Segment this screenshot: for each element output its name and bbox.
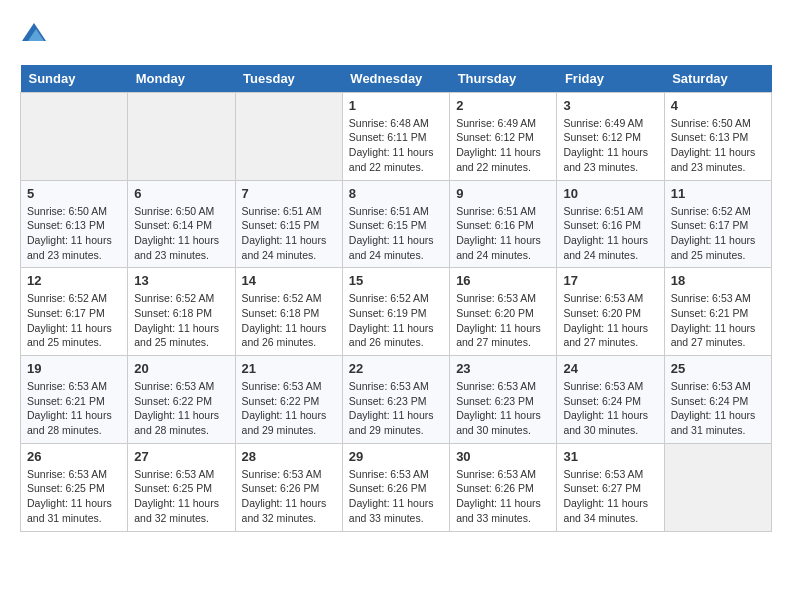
day-number: 27 bbox=[134, 449, 228, 464]
calendar-cell: 15Sunrise: 6:52 AMSunset: 6:19 PMDayligh… bbox=[342, 268, 449, 356]
day-number: 3 bbox=[563, 98, 657, 113]
cell-info: Sunrise: 6:48 AMSunset: 6:11 PMDaylight:… bbox=[349, 116, 443, 175]
day-number: 6 bbox=[134, 186, 228, 201]
day-number: 31 bbox=[563, 449, 657, 464]
calendar-cell: 7Sunrise: 6:51 AMSunset: 6:15 PMDaylight… bbox=[235, 180, 342, 268]
cell-info: Sunrise: 6:53 AMSunset: 6:26 PMDaylight:… bbox=[242, 467, 336, 526]
calendar-cell: 9Sunrise: 6:51 AMSunset: 6:16 PMDaylight… bbox=[450, 180, 557, 268]
calendar-cell: 10Sunrise: 6:51 AMSunset: 6:16 PMDayligh… bbox=[557, 180, 664, 268]
day-number: 1 bbox=[349, 98, 443, 113]
cell-info: Sunrise: 6:51 AMSunset: 6:16 PMDaylight:… bbox=[456, 204, 550, 263]
day-number: 10 bbox=[563, 186, 657, 201]
calendar-cell: 6Sunrise: 6:50 AMSunset: 6:14 PMDaylight… bbox=[128, 180, 235, 268]
day-number: 25 bbox=[671, 361, 765, 376]
cell-info: Sunrise: 6:52 AMSunset: 6:17 PMDaylight:… bbox=[27, 291, 121, 350]
cell-info: Sunrise: 6:53 AMSunset: 6:22 PMDaylight:… bbox=[134, 379, 228, 438]
cell-info: Sunrise: 6:51 AMSunset: 6:15 PMDaylight:… bbox=[242, 204, 336, 263]
cell-info: Sunrise: 6:51 AMSunset: 6:15 PMDaylight:… bbox=[349, 204, 443, 263]
calendar-cell: 14Sunrise: 6:52 AMSunset: 6:18 PMDayligh… bbox=[235, 268, 342, 356]
cell-info: Sunrise: 6:51 AMSunset: 6:16 PMDaylight:… bbox=[563, 204, 657, 263]
week-row-3: 12Sunrise: 6:52 AMSunset: 6:17 PMDayligh… bbox=[21, 268, 772, 356]
calendar-cell: 31Sunrise: 6:53 AMSunset: 6:27 PMDayligh… bbox=[557, 443, 664, 531]
day-number: 11 bbox=[671, 186, 765, 201]
week-row-4: 19Sunrise: 6:53 AMSunset: 6:21 PMDayligh… bbox=[21, 356, 772, 444]
week-row-5: 26Sunrise: 6:53 AMSunset: 6:25 PMDayligh… bbox=[21, 443, 772, 531]
calendar-cell: 22Sunrise: 6:53 AMSunset: 6:23 PMDayligh… bbox=[342, 356, 449, 444]
day-number: 19 bbox=[27, 361, 121, 376]
week-row-2: 5Sunrise: 6:50 AMSunset: 6:13 PMDaylight… bbox=[21, 180, 772, 268]
cell-info: Sunrise: 6:53 AMSunset: 6:26 PMDaylight:… bbox=[349, 467, 443, 526]
cell-info: Sunrise: 6:53 AMSunset: 6:25 PMDaylight:… bbox=[134, 467, 228, 526]
calendar-cell: 28Sunrise: 6:53 AMSunset: 6:26 PMDayligh… bbox=[235, 443, 342, 531]
day-number: 26 bbox=[27, 449, 121, 464]
cell-info: Sunrise: 6:53 AMSunset: 6:23 PMDaylight:… bbox=[456, 379, 550, 438]
calendar-cell: 26Sunrise: 6:53 AMSunset: 6:25 PMDayligh… bbox=[21, 443, 128, 531]
cell-info: Sunrise: 6:53 AMSunset: 6:23 PMDaylight:… bbox=[349, 379, 443, 438]
cell-info: Sunrise: 6:53 AMSunset: 6:24 PMDaylight:… bbox=[563, 379, 657, 438]
calendar-cell bbox=[128, 92, 235, 180]
col-header-tuesday: Tuesday bbox=[235, 65, 342, 93]
calendar-cell: 3Sunrise: 6:49 AMSunset: 6:12 PMDaylight… bbox=[557, 92, 664, 180]
cell-info: Sunrise: 6:52 AMSunset: 6:19 PMDaylight:… bbox=[349, 291, 443, 350]
calendar-cell: 13Sunrise: 6:52 AMSunset: 6:18 PMDayligh… bbox=[128, 268, 235, 356]
day-number: 14 bbox=[242, 273, 336, 288]
col-header-thursday: Thursday bbox=[450, 65, 557, 93]
calendar-cell: 23Sunrise: 6:53 AMSunset: 6:23 PMDayligh… bbox=[450, 356, 557, 444]
calendar-cell: 8Sunrise: 6:51 AMSunset: 6:15 PMDaylight… bbox=[342, 180, 449, 268]
cell-info: Sunrise: 6:53 AMSunset: 6:25 PMDaylight:… bbox=[27, 467, 121, 526]
cell-info: Sunrise: 6:52 AMSunset: 6:17 PMDaylight:… bbox=[671, 204, 765, 263]
calendar-cell: 19Sunrise: 6:53 AMSunset: 6:21 PMDayligh… bbox=[21, 356, 128, 444]
day-number: 29 bbox=[349, 449, 443, 464]
calendar-cell bbox=[21, 92, 128, 180]
calendar-cell: 18Sunrise: 6:53 AMSunset: 6:21 PMDayligh… bbox=[664, 268, 771, 356]
cell-info: Sunrise: 6:52 AMSunset: 6:18 PMDaylight:… bbox=[242, 291, 336, 350]
day-number: 20 bbox=[134, 361, 228, 376]
calendar-cell: 30Sunrise: 6:53 AMSunset: 6:26 PMDayligh… bbox=[450, 443, 557, 531]
calendar-cell: 21Sunrise: 6:53 AMSunset: 6:22 PMDayligh… bbox=[235, 356, 342, 444]
calendar-cell: 11Sunrise: 6:52 AMSunset: 6:17 PMDayligh… bbox=[664, 180, 771, 268]
week-row-1: 1Sunrise: 6:48 AMSunset: 6:11 PMDaylight… bbox=[21, 92, 772, 180]
day-number: 16 bbox=[456, 273, 550, 288]
day-number: 2 bbox=[456, 98, 550, 113]
day-number: 4 bbox=[671, 98, 765, 113]
cell-info: Sunrise: 6:53 AMSunset: 6:22 PMDaylight:… bbox=[242, 379, 336, 438]
col-header-wednesday: Wednesday bbox=[342, 65, 449, 93]
col-header-saturday: Saturday bbox=[664, 65, 771, 93]
calendar-cell bbox=[235, 92, 342, 180]
day-number: 22 bbox=[349, 361, 443, 376]
day-number: 8 bbox=[349, 186, 443, 201]
cell-info: Sunrise: 6:50 AMSunset: 6:14 PMDaylight:… bbox=[134, 204, 228, 263]
calendar-cell: 27Sunrise: 6:53 AMSunset: 6:25 PMDayligh… bbox=[128, 443, 235, 531]
calendar-cell bbox=[664, 443, 771, 531]
day-number: 13 bbox=[134, 273, 228, 288]
calendar-cell: 12Sunrise: 6:52 AMSunset: 6:17 PMDayligh… bbox=[21, 268, 128, 356]
calendar-cell: 1Sunrise: 6:48 AMSunset: 6:11 PMDaylight… bbox=[342, 92, 449, 180]
cell-info: Sunrise: 6:49 AMSunset: 6:12 PMDaylight:… bbox=[456, 116, 550, 175]
day-number: 30 bbox=[456, 449, 550, 464]
day-number: 9 bbox=[456, 186, 550, 201]
day-number: 21 bbox=[242, 361, 336, 376]
cell-info: Sunrise: 6:53 AMSunset: 6:27 PMDaylight:… bbox=[563, 467, 657, 526]
calendar-cell: 2Sunrise: 6:49 AMSunset: 6:12 PMDaylight… bbox=[450, 92, 557, 180]
cell-info: Sunrise: 6:53 AMSunset: 6:26 PMDaylight:… bbox=[456, 467, 550, 526]
calendar-cell: 24Sunrise: 6:53 AMSunset: 6:24 PMDayligh… bbox=[557, 356, 664, 444]
day-number: 18 bbox=[671, 273, 765, 288]
cell-info: Sunrise: 6:53 AMSunset: 6:24 PMDaylight:… bbox=[671, 379, 765, 438]
cell-info: Sunrise: 6:50 AMSunset: 6:13 PMDaylight:… bbox=[671, 116, 765, 175]
cell-info: Sunrise: 6:53 AMSunset: 6:20 PMDaylight:… bbox=[456, 291, 550, 350]
cell-info: Sunrise: 6:53 AMSunset: 6:20 PMDaylight:… bbox=[563, 291, 657, 350]
page-header bbox=[20, 20, 772, 49]
calendar-cell: 4Sunrise: 6:50 AMSunset: 6:13 PMDaylight… bbox=[664, 92, 771, 180]
day-number: 5 bbox=[27, 186, 121, 201]
logo bbox=[20, 20, 46, 49]
cell-info: Sunrise: 6:50 AMSunset: 6:13 PMDaylight:… bbox=[27, 204, 121, 263]
day-number: 24 bbox=[563, 361, 657, 376]
calendar-cell: 16Sunrise: 6:53 AMSunset: 6:20 PMDayligh… bbox=[450, 268, 557, 356]
day-number: 28 bbox=[242, 449, 336, 464]
day-number: 17 bbox=[563, 273, 657, 288]
day-number: 23 bbox=[456, 361, 550, 376]
calendar-table: SundayMondayTuesdayWednesdayThursdayFrid… bbox=[20, 65, 772, 532]
logo-icon bbox=[22, 20, 46, 44]
header-row: SundayMondayTuesdayWednesdayThursdayFrid… bbox=[21, 65, 772, 93]
cell-info: Sunrise: 6:53 AMSunset: 6:21 PMDaylight:… bbox=[27, 379, 121, 438]
